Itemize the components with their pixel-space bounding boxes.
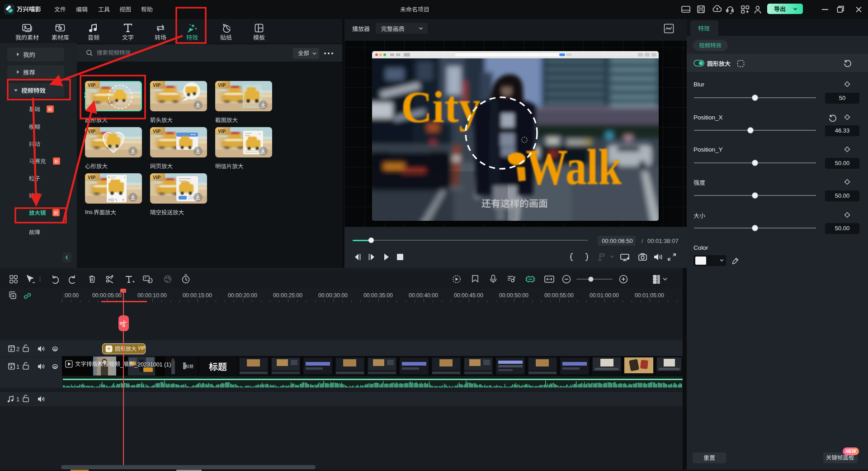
svg-text:2: 2 <box>16 346 19 352</box>
svg-text:1: 1 <box>16 396 19 403</box>
svg-text:1: 1 <box>16 363 19 370</box>
